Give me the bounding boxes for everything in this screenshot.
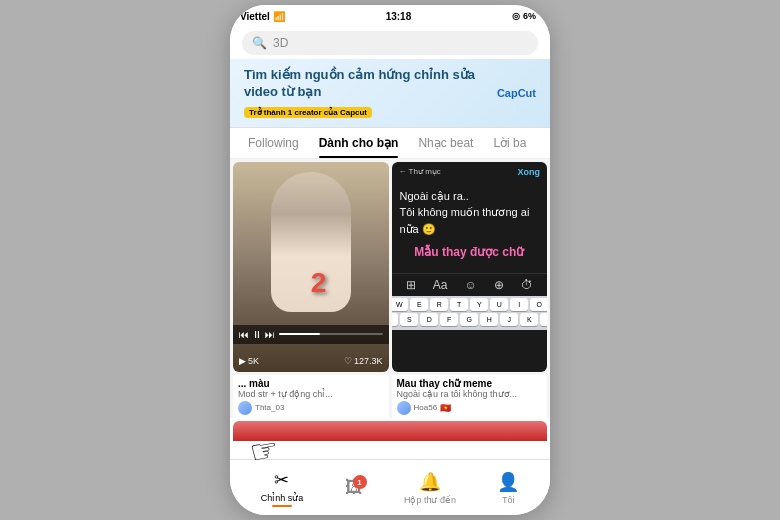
key-t[interactable]: T bbox=[450, 298, 468, 311]
card-info-left: ... màu Mod str + tự động chỉ... Thta_03 bbox=[233, 375, 389, 418]
nav-badge: 1 bbox=[353, 475, 367, 489]
nav-label-toi: Tôi bbox=[502, 495, 515, 505]
card-author-right: Hoa56 🇻🇳 bbox=[397, 401, 543, 415]
editor-tools: ⊞ Aa ☺ ⊕ ⏱ bbox=[392, 273, 548, 296]
active-indicator bbox=[272, 505, 292, 507]
status-left: Viettel 📶 bbox=[240, 11, 285, 22]
key-h[interactable]: H bbox=[480, 313, 498, 326]
progress-bar[interactable] bbox=[279, 333, 383, 335]
banner-logo: CapCut bbox=[497, 87, 536, 99]
key-o[interactable]: O bbox=[530, 298, 547, 311]
key-r[interactable]: R bbox=[430, 298, 448, 311]
author-name-left: Thta_03 bbox=[255, 403, 284, 412]
key-d[interactable]: D bbox=[420, 313, 438, 326]
phone-frame: Viettel 📶 13:18 ◎ 6% 🔍 3D Tìm kiếm nguồn… bbox=[230, 5, 550, 515]
editor-line2: Tôi không muốn thương ai nữa 🙂 bbox=[400, 206, 530, 235]
text-icon[interactable]: Aa bbox=[433, 278, 448, 292]
key-u[interactable]: U bbox=[490, 298, 508, 311]
avatar-right bbox=[397, 401, 411, 415]
bell-icon: 🔔 bbox=[419, 471, 441, 493]
card-title-right: Mau thay chữ meme bbox=[397, 378, 543, 389]
content-grid: 2 ⏮ ⏸ ⏭ ▶ 5K ♡ 127.3K ← Thư mục Xong Ngo… bbox=[230, 159, 550, 375]
key-j[interactable]: J bbox=[500, 313, 518, 326]
key-a[interactable]: A bbox=[392, 313, 399, 326]
key-f[interactable]: F bbox=[440, 313, 458, 326]
video-card-right[interactable]: ← Thư mục Xong Ngoài cậu ra.. Tôi không … bbox=[392, 162, 548, 372]
pink-text: Mẫu thay được chữ bbox=[400, 243, 540, 261]
wifi-icon: 📶 bbox=[273, 11, 285, 22]
bottom-nav: ✂ Chỉnh sửa 🖼 1 🔔 Hộp thư đến 👤 Tôi bbox=[230, 459, 550, 515]
banner-badge: Trở thành 1 creator của Capcut bbox=[244, 107, 372, 118]
nav-profile[interactable]: 👤 Tôi bbox=[497, 471, 519, 505]
keyboard-row-1: Q W E R T Y U I O P bbox=[394, 298, 546, 311]
key-i[interactable]: I bbox=[510, 298, 528, 311]
status-right: ◎ 6% bbox=[512, 11, 536, 21]
location-icon: ◎ bbox=[512, 11, 520, 21]
status-bar: Viettel 📶 13:18 ◎ 6% bbox=[230, 5, 550, 27]
scissors-icon: ✂ bbox=[274, 469, 289, 491]
grid-icon[interactable]: ⊞ bbox=[406, 278, 416, 292]
done-button[interactable]: Xong bbox=[518, 167, 541, 177]
view-count: ▶ 5K bbox=[239, 356, 259, 366]
key-w[interactable]: W bbox=[392, 298, 409, 311]
card-stats-left: ▶ 5K ♡ 127.3K bbox=[239, 356, 383, 366]
tab-nhac-beat[interactable]: Nhạc beat bbox=[408, 128, 483, 158]
keyboard-row-2: A S D F G H J K L bbox=[394, 313, 546, 326]
key-k[interactable]: K bbox=[520, 313, 538, 326]
person-icon: 👤 bbox=[497, 471, 519, 493]
search-input-wrap[interactable]: 🔍 3D bbox=[242, 31, 538, 55]
sticker-icon[interactable]: ⊕ bbox=[494, 278, 504, 292]
card-desc-left: Mod str + tự động chỉ... bbox=[238, 389, 384, 399]
key-e[interactable]: E bbox=[410, 298, 428, 311]
avatar-left bbox=[238, 401, 252, 415]
banner-text: Tìm kiếm nguồn cảm hứng chỉnh sửa video … bbox=[244, 67, 487, 119]
time-label: 13:18 bbox=[386, 11, 412, 22]
video-card-left[interactable]: 2 ⏮ ⏸ ⏭ ▶ 5K ♡ 127.3K bbox=[233, 162, 389, 372]
nav-chinh-sua[interactable]: ✂ Chỉnh sửa bbox=[261, 469, 304, 507]
card-info-row: ... màu Mod str + tự động chỉ... Thta_03… bbox=[230, 375, 550, 418]
progress-fill bbox=[279, 333, 321, 335]
key-y[interactable]: Y bbox=[470, 298, 488, 311]
timer-icon[interactable]: ⏱ bbox=[521, 278, 533, 292]
search-text: 3D bbox=[273, 36, 288, 50]
tab-danh-cho-ban[interactable]: Dành cho bạn bbox=[309, 128, 409, 158]
banner[interactable]: Tìm kiếm nguồn cảm hứng chỉnh sửa video … bbox=[230, 59, 550, 128]
nav-label-inbox: Hộp thư đến bbox=[404, 495, 456, 505]
playback-bar: ⏮ ⏸ ⏭ bbox=[233, 325, 389, 344]
tab-bar: Following Dành cho bạn Nhạc beat Lời ba bbox=[230, 128, 550, 159]
emoji-tool-icon[interactable]: ☺ bbox=[464, 278, 476, 292]
editor-header: ← Thư mục Xong bbox=[392, 162, 548, 182]
card-title-left: ... màu bbox=[238, 378, 384, 389]
number-badge: 2 bbox=[311, 267, 327, 299]
tab-following[interactable]: Following bbox=[238, 128, 309, 158]
editor-text: Ngoài cậu ra.. Tôi không muốn thương ai … bbox=[392, 182, 548, 274]
flag-icon: 🇻🇳 bbox=[440, 403, 451, 413]
nav-template[interactable]: 🖼 1 bbox=[345, 477, 363, 498]
battery-label: 6% bbox=[523, 11, 536, 21]
play-icon: ⏮ ⏸ ⏭ bbox=[239, 329, 275, 340]
key-s[interactable]: S bbox=[400, 313, 418, 326]
search-bar: 🔍 3D bbox=[230, 27, 550, 59]
like-count: ♡ 127.3K bbox=[344, 356, 383, 366]
back-label[interactable]: ← Thư mục bbox=[399, 167, 441, 176]
partial-next-card bbox=[233, 421, 547, 441]
card-desc-right: Ngoài cậu ra tôi không thươ... bbox=[397, 389, 543, 399]
key-g[interactable]: G bbox=[460, 313, 478, 326]
banner-title: Tìm kiếm nguồn cảm hứng chỉnh sửa video … bbox=[244, 67, 487, 101]
tab-loi-ba[interactable]: Lời ba bbox=[483, 128, 536, 158]
key-l[interactable]: L bbox=[540, 313, 547, 326]
search-icon: 🔍 bbox=[252, 36, 267, 50]
keyboard: Q W E R T Y U I O P A S D F G H bbox=[392, 296, 548, 330]
carrier-label: Viettel bbox=[240, 11, 270, 22]
editor-line1: Ngoài cậu ra.. bbox=[400, 190, 469, 202]
nav-label-chinh-sua: Chỉnh sửa bbox=[261, 493, 304, 503]
card-author-left: Thta_03 bbox=[238, 401, 384, 415]
nav-inbox[interactable]: 🔔 Hộp thư đến bbox=[404, 471, 456, 505]
author-name-right: Hoa56 bbox=[414, 403, 438, 412]
card-info-right: Mau thay chữ meme Ngoài cậu ra tôi không… bbox=[392, 375, 548, 418]
